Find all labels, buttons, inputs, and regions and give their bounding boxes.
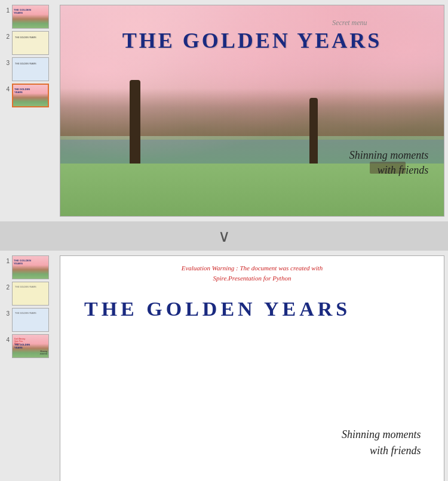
slide-item-2-top[interactable]: 2 THE GOLDEN YEARS	[4, 31, 56, 55]
slide-number-4-bottom: 4	[4, 337, 10, 343]
shinning-moments-bottom: Shinning moments with friends	[342, 427, 421, 459]
thumb-4-title: THE GOLDENYEARS	[14, 88, 30, 94]
slide-item-1-bottom[interactable]: 1 THE GOLDENYEARS	[4, 255, 56, 279]
tree-trunk-left	[130, 80, 140, 164]
thumb-b3-text: THE GOLDEN YEARS	[15, 312, 36, 314]
eval-warning: Evaluation Warning : The document was cr…	[182, 263, 323, 283]
slide-thumb-1-bottom[interactable]: THE GOLDENYEARS	[12, 255, 49, 279]
thumb-b4-main-title: THE GOLDENYEARS	[14, 343, 30, 349]
slide-list-top: 1 THE GOLDENYEARS 2 THE GOLDEN YEARS 3 T…	[4, 5, 56, 217]
thumb-2-text: THE GOLDEN YEARS	[15, 36, 36, 39]
slide-number-4-top: 4	[4, 86, 10, 92]
slide-item-1-top[interactable]: 1 THE GOLDENYEARS	[4, 5, 56, 29]
top-panel: 1 THE GOLDENYEARS 2 THE GOLDEN YEARS 3 T…	[0, 0, 448, 221]
slide-item-3-bottom[interactable]: 3 THE GOLDEN YEARS	[4, 308, 56, 332]
slide-thumb-2-top[interactable]: THE GOLDEN YEARS	[12, 31, 49, 55]
bottom-panel: 1 THE GOLDENYEARS 2 THE GOLDEN YEARS 3 T…	[0, 251, 448, 481]
slide-item-3-top[interactable]: 3 THE GOLDEN YEARS	[4, 57, 56, 81]
thumb-b4-bottom-text: Shinningmoments	[40, 350, 47, 355]
slide-list-bottom: 1 THE GOLDENYEARS 2 THE GOLDEN YEARS 3 T…	[4, 255, 56, 481]
slide-title-bottom: THE GOLDEN YEARS	[84, 298, 351, 320]
slide-number-3-top: 3	[4, 60, 10, 66]
slide-thumb-3-bottom[interactable]: THE GOLDEN YEARS	[12, 308, 49, 332]
slide-title-top: THE GOLDEN YEARS	[60, 28, 444, 53]
thumb-1-title: THE GOLDENYEARS	[14, 8, 31, 14]
secret-menu-label: Secret menu	[332, 18, 367, 27]
slide-item-4-top[interactable]: 4 THE GOLDENYEARS	[4, 84, 56, 107]
main-slide-top: Secret menu THE GOLDEN YEARS Shinning mo…	[60, 5, 444, 217]
slide-number-1-bottom: 1	[4, 258, 10, 264]
arrow-divider: ∨	[0, 221, 448, 251]
slide-thumb-4-top[interactable]: THE GOLDENYEARS	[12, 84, 49, 107]
thumb-b2-text: THE GOLDEN YEARS	[15, 286, 36, 288]
slide-number-3-bottom: 3	[4, 310, 10, 317]
slide-thumb-3-top[interactable]: THE GOLDEN YEARS	[12, 57, 49, 81]
slide-number-2-top: 2	[4, 33, 10, 40]
slide-item-4-bottom[interactable]: 4 Eval Warning:Spire Pres.Python THE GOL…	[4, 334, 56, 358]
slide-thumb-1-top[interactable]: THE GOLDENYEARS	[12, 5, 49, 29]
slide-thumb-2-bottom[interactable]: THE GOLDEN YEARS	[12, 282, 49, 306]
bridge-layer	[60, 88, 444, 136]
slide-item-2-bottom[interactable]: 2 THE GOLDEN YEARS	[4, 282, 56, 306]
slide-number-2-bottom: 2	[4, 284, 10, 291]
shinning-moments-top: Shinning moments with friends	[349, 148, 429, 178]
main-slide-bottom: Evaluation Warning : The document was cr…	[60, 255, 444, 481]
thumb-3-text: THE GOLDEN YEARS	[15, 63, 36, 65]
slide-thumb-4-bottom[interactable]: Eval Warning:Spire Pres.Python THE GOLDE…	[12, 334, 49, 358]
slide-number-1-top: 1	[4, 7, 10, 14]
tree-trunk-right	[309, 98, 318, 164]
thumb-b1-title: THE GOLDENYEARS	[14, 259, 31, 265]
